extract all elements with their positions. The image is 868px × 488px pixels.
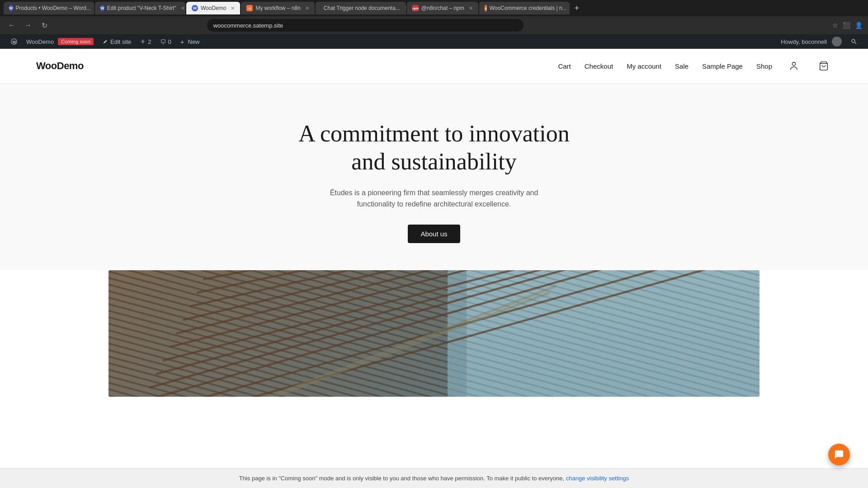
forward-button[interactable]: → (22, 19, 34, 32)
nav-sale[interactable]: Sale (675, 62, 689, 70)
tab-label-3: WooDemo (201, 5, 226, 11)
wp-logo-icon: W (11, 38, 17, 45)
tab-favicon-4: n (246, 5, 253, 11)
hero-section: A commitment to innovation and sustainab… (0, 84, 868, 270)
new-tab-button[interactable]: + (571, 2, 583, 14)
wp-admin-bar: W WooDemo Coming soon Edit site 2 0 + Ne… (0, 34, 868, 49)
browser-tab-4[interactable]: n My workflow – n8n ✕ (241, 2, 314, 14)
hero-title-line2: and sustainability (351, 149, 516, 174)
extensions-icon[interactable]: ⬛ (843, 22, 850, 29)
about-us-button[interactable]: About us (408, 225, 460, 243)
svg-text:W: W (13, 40, 16, 44)
bookmark-icon[interactable]: ☆ (832, 22, 838, 29)
browser-tab-2[interactable]: W Edit product "V-Neck T-Shirt" ✕ (95, 2, 185, 14)
tab-label-2: Edit product "V-Neck T-Shirt" (107, 5, 176, 11)
chat-bubble-icon (834, 450, 844, 460)
coming-soon-badge: Coming soon (58, 38, 94, 45)
tab-favicon-2: W (100, 5, 104, 11)
chat-bubble-button[interactable] (828, 444, 850, 465)
tab-favicon-3: W (192, 5, 198, 11)
coming-soon-banner: This page is in "Coming soon" mode and i… (0, 468, 868, 488)
browser-tab-7[interactable]: n WooCommerce credentials | n... ✕ (479, 2, 570, 14)
wp-edit-site-item[interactable]: Edit site (98, 34, 136, 49)
wp-howdy-item[interactable]: Howdy, boconnell (776, 34, 846, 49)
coming-soon-message: This page is in "Coming soon" mode and i… (239, 475, 564, 482)
tab-label-1: Products • WooDemo – Word... (16, 5, 91, 11)
nav-checkout[interactable]: Checkout (585, 62, 613, 70)
cart-icon-button[interactable] (816, 58, 832, 74)
comments-icon (160, 39, 166, 44)
tab-label-6: @n8n/chat – npm (421, 5, 464, 11)
wp-search-item[interactable] (846, 34, 862, 49)
hero-title: A commitment to innovation and sustainab… (276, 120, 592, 176)
wp-avatar (832, 37, 842, 47)
svg-point-2 (142, 41, 144, 42)
nav-cart[interactable]: Cart (558, 62, 571, 70)
svg-point-3 (852, 39, 855, 42)
account-icon-button[interactable] (786, 58, 802, 74)
browser-toolbar-right: ☆ ⬛ 👤 (832, 22, 863, 29)
cart-icon (819, 61, 829, 71)
hero-title-line1: A commitment to innovation (298, 121, 569, 146)
browser-chrome: W Products • WooDemo – Word... ✕ W Edit … (0, 0, 868, 34)
tab-bar: W Products • WooDemo – Word... ✕ W Edit … (0, 0, 868, 16)
refresh-button[interactable]: ↻ (38, 19, 51, 32)
browser-tab-5[interactable]: Chat Trigger node documenta... ✕ (316, 2, 406, 14)
wp-site-name: WooDemo (26, 38, 54, 45)
tab-label-7: WooCommerce credentials | n... (490, 5, 567, 11)
address-bar[interactable]: woocommerce.satemp.site (207, 19, 524, 32)
edit-site-icon (103, 39, 108, 44)
hero-description: Études is a pioneering firm that seamles… (321, 187, 547, 210)
browser-tab-6[interactable]: npm @n8n/chat – npm ✕ (407, 2, 478, 14)
wp-customizer-item[interactable]: 2 (136, 34, 156, 49)
tab-favicon-7: n (485, 5, 487, 11)
person-icon (789, 61, 799, 71)
customizer-count: 2 (148, 38, 151, 45)
wp-comments-item[interactable]: 0 (156, 34, 176, 49)
wp-new-label: New (188, 38, 200, 45)
tab-close-2[interactable]: ✕ (181, 5, 185, 11)
nav-my-account[interactable]: My account (627, 62, 661, 70)
wp-search-icon (851, 38, 857, 45)
tab-label-5: Chat Trigger node documenta... (324, 5, 400, 11)
profile-icon[interactable]: 👤 (855, 22, 863, 29)
wp-new-item[interactable]: + New (176, 34, 204, 49)
browser-tab-1[interactable]: W Products • WooDemo – Word... ✕ (4, 2, 94, 14)
wp-logo-item[interactable]: W (6, 34, 22, 49)
edit-site-label: Edit site (110, 38, 131, 45)
tab-close-5[interactable]: ✕ (405, 5, 406, 11)
tab-favicon-1: W (9, 5, 13, 11)
nav-sample-page[interactable]: Sample Page (702, 62, 743, 70)
architecture-svg (108, 270, 760, 397)
wp-site-name-item[interactable]: WooDemo Coming soon (22, 34, 98, 49)
tab-label-4: My workflow – n8n (255, 5, 300, 11)
back-button[interactable]: ← (5, 19, 18, 32)
url-display: woocommerce.satemp.site (213, 22, 283, 29)
browser-tab-3[interactable]: W WooDemo ✕ (186, 2, 240, 14)
customizer-icon (140, 39, 146, 44)
site-header: WooDemo Cart Checkout My account Sale Sa… (0, 49, 868, 84)
hero-image (108, 270, 760, 397)
tab-close-6[interactable]: ✕ (469, 5, 473, 11)
tab-close-3[interactable]: ✕ (231, 5, 235, 11)
nav-shop[interactable]: Shop (756, 62, 772, 70)
site-nav: Cart Checkout My account Sale Sample Pag… (558, 58, 832, 74)
comments-count: 0 (168, 38, 171, 45)
tab-favicon-6: npm (412, 5, 419, 11)
site-logo[interactable]: WooDemo (36, 60, 84, 72)
tab-close-4[interactable]: ✕ (305, 5, 309, 11)
wp-howdy-text: Howdy, boconnell (781, 38, 827, 45)
address-bar-row: ← → ↻ woocommerce.satemp.site ☆ ⬛ 👤 (0, 16, 868, 34)
svg-point-4 (792, 62, 795, 66)
change-visibility-link[interactable]: change visibility settings (566, 475, 629, 482)
